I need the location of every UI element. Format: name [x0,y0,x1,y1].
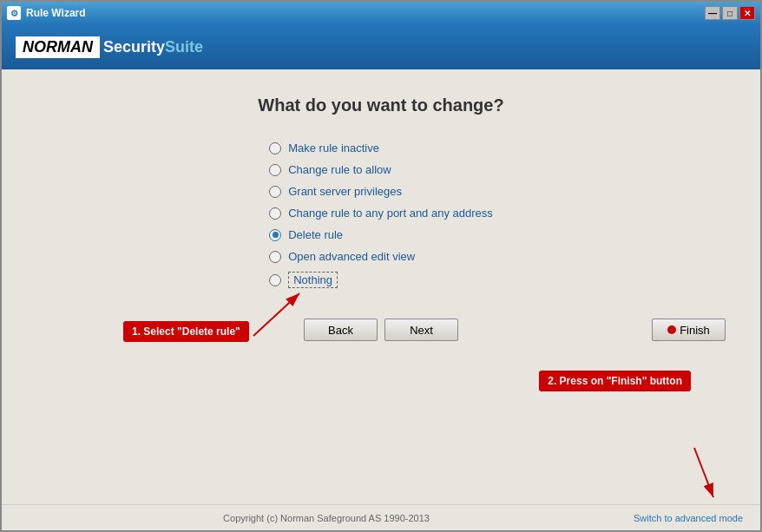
footer: Copyright (c) Norman Safeground AS 1990-… [2,504,760,530]
finish-dot [667,325,676,334]
finish-button[interactable]: Finish [652,319,726,341]
radio-label-allow: Change rule to allow [288,163,391,176]
radio-label-nothing: Nothing [288,272,338,288]
logo-norman: NORMAN [16,36,100,58]
radio-allow[interactable] [269,164,281,176]
svg-line-3 [694,448,713,497]
copyright-text: Copyright (c) Norman Safeground AS 1990-… [19,513,634,523]
radio-item-allow[interactable]: Change rule to allow [269,163,391,176]
radio-anyport[interactable] [269,207,281,220]
page-title: What do you want to change? [258,95,503,115]
close-button[interactable]: ✕ [739,6,755,20]
maximize-button[interactable]: □ [722,6,738,20]
radio-item-anyport[interactable]: Change rule to any port and any address [269,207,493,220]
radio-item-make-inactive[interactable]: Make rule inactive [269,141,379,154]
logo-security: Security [103,38,165,56]
next-button[interactable]: Next [384,319,458,341]
annotation-finish-button: 2. Press on "Finish" button [539,371,691,391]
radio-label-server: Grant server privileges [288,185,402,198]
radio-item-nothing[interactable]: Nothing [269,272,338,288]
logo-suite: Suite [165,38,203,56]
radio-item-delete[interactable]: Delete rule [269,228,343,241]
back-button[interactable]: Back [304,319,378,341]
content-area: What do you want to change? Make rule in… [2,69,760,504]
radio-server[interactable] [269,186,281,198]
minimize-button[interactable]: — [705,6,720,20]
radio-item-server[interactable]: Grant server privileges [269,185,402,198]
title-bar-left: ⚙ Rule Wizard [7,6,86,20]
window-title: Rule Wizard [26,7,86,19]
radio-label-anyport: Change rule to any port and any address [288,207,493,220]
radio-label-make-inactive: Make rule inactive [288,141,379,154]
radio-group: Make rule inactive Change rule to allow … [269,141,493,288]
radio-make-inactive[interactable] [269,142,281,154]
radio-label-delete: Delete rule [288,228,343,241]
radio-label-advanced: Open advanced edit view [288,250,415,263]
title-bar-controls: — □ ✕ [705,6,755,20]
main-window: ⚙ Rule Wizard — □ ✕ NORMAN SecuritySuite… [0,0,762,532]
advanced-mode-link[interactable]: Switch to advanced mode [634,513,743,523]
radio-item-advanced[interactable]: Open advanced edit view [269,250,415,263]
radio-nothing[interactable] [269,274,281,286]
button-bar: Back Next Finish [19,305,743,350]
window-icon: ⚙ [7,6,21,20]
finish-label: Finish [680,324,710,337]
radio-delete[interactable] [269,229,281,241]
title-bar: ⚙ Rule Wizard — □ ✕ [2,2,760,24]
radio-advanced[interactable] [269,251,281,263]
header-bar: NORMAN SecuritySuite [2,24,760,69]
